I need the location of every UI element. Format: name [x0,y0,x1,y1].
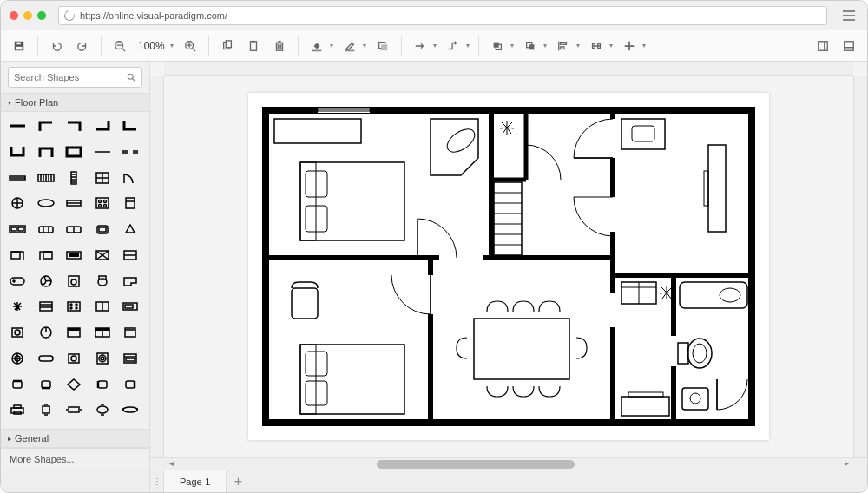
shape-sink-round[interactable] [62,350,85,367]
shape-table-oval[interactable] [35,194,57,212]
zoom-in-button[interactable] [179,35,201,57]
shape-bed-corner[interactable] [6,246,29,264]
shape-wall-corner-bl[interactable] [119,117,141,135]
shape-table-chairs-v[interactable] [35,401,57,418]
shape-printer[interactable] [6,401,29,418]
shape-piano[interactable] [119,273,141,290]
shape-door-grid[interactable] [91,169,114,187]
to-front-button[interactable] [486,35,509,57]
front-dropdown-icon[interactable]: ▾ [510,42,516,49]
shape-stairs-h[interactable] [35,169,57,187]
shape-table-round-chairs[interactable] [91,401,114,418]
scroll-thumb[interactable] [377,460,575,469]
window-minimize-dot[interactable] [23,11,32,20]
shape-room[interactable] [62,143,85,161]
undo-button[interactable] [45,35,68,57]
more-shapes-link[interactable]: More Shapes... [1,448,149,470]
address-bar[interactable]: https://online.visual-paradigm.com/ [58,6,827,25]
save-button[interactable] [8,35,30,57]
horizontal-scrollbar[interactable]: ◂ ▸ [150,457,867,470]
shape-revolving-door[interactable] [6,194,29,212]
shape-dresser[interactable] [35,298,57,315]
shape-sofa2[interactable] [62,220,85,238]
insert-dropdown-icon[interactable]: ▾ [642,42,648,49]
delete-button[interactable] [268,35,291,57]
add-page-button[interactable]: + [227,470,249,492]
shape-wall-corner-tr[interactable] [91,117,114,135]
shape-microwave[interactable] [119,298,141,315]
conn-dropdown-icon[interactable]: ▾ [433,42,438,49]
shape-bed-corner2[interactable] [35,246,57,264]
shape-fan[interactable] [35,273,57,290]
hamburger-menu-button[interactable] [839,6,858,25]
category-general[interactable]: ▸General [1,429,149,448]
floorplan-drawing[interactable] [248,93,769,440]
shape-lamp[interactable] [119,220,141,238]
shape-window[interactable] [6,169,29,187]
shape-opening[interactable] [119,143,141,161]
shape-stairs-v[interactable] [62,169,85,187]
redo-button[interactable] [71,35,94,57]
line-dropdown-icon[interactable]: ▾ [363,42,368,49]
shape-bed-single[interactable] [62,324,85,341]
shape-door-arc[interactable] [119,169,141,187]
format-panel-button[interactable] [812,35,834,57]
category-floorplan[interactable]: ▾Floor Plan [1,93,149,112]
canvas[interactable] [164,76,853,457]
align-dropdown-icon[interactable]: ▾ [576,42,582,49]
shape-table-oval-chairs[interactable] [119,401,141,418]
outline-panel-button[interactable] [838,35,860,57]
shape-armchair[interactable] [91,220,114,238]
shape-sofa[interactable] [35,220,57,238]
shape-tv[interactable] [62,246,85,264]
vertical-scrollbar[interactable] [853,76,867,457]
shape-range[interactable] [62,298,85,315]
shape-wall-corner-br[interactable] [62,117,85,135]
back-dropdown-icon[interactable]: ▾ [543,42,549,49]
zoom-dropdown-icon[interactable]: ▾ [170,42,175,49]
shape-wall-thin[interactable] [91,143,114,161]
copy-button[interactable] [216,35,239,57]
dist-dropdown-icon[interactable]: ▾ [609,42,615,49]
to-back-button[interactable] [519,35,542,57]
shadow-button[interactable] [372,35,394,57]
zoom-level[interactable]: 100% [135,40,168,52]
window-close-dot[interactable] [10,11,18,20]
shape-wall-u-up[interactable] [35,143,57,161]
shape-cabinet[interactable] [91,298,114,315]
shape-bathtub[interactable] [6,273,29,290]
shape-sink-double[interactable] [6,220,29,238]
shape-toilet[interactable] [91,273,114,290]
shape-spiral[interactable] [6,350,29,367]
shape-switch[interactable] [35,324,57,341]
shape-outlet[interactable] [6,324,29,341]
fill-dropdown-icon[interactable]: ▾ [330,42,335,49]
window-maximize-dot[interactable] [37,11,46,20]
shape-desk[interactable] [62,194,85,212]
shape-stove[interactable] [91,194,114,212]
shape-chair-top[interactable] [6,376,29,393]
shape-cross-box[interactable] [91,246,114,264]
distribute-button[interactable] [585,35,608,57]
insert-button[interactable] [618,35,641,57]
search-field[interactable] [14,72,92,82]
scroll-left-button[interactable]: ◂ [164,458,178,470]
shape-plant[interactable] [6,298,29,315]
shape-search-input[interactable] [8,67,142,88]
scroll-right-button[interactable]: ▸ [839,458,853,470]
shape-fridge[interactable] [119,194,141,212]
shape-wall-corner-tl[interactable] [35,117,57,135]
connection-button[interactable] [409,35,431,57]
shape-closet[interactable] [119,324,141,341]
shape-dryer[interactable] [91,350,114,367]
refresh-icon[interactable] [62,8,76,22]
shape-wall-u-down[interactable] [6,143,29,161]
tab-menu-button[interactable]: ⋮ [150,470,164,492]
shape-bed-double[interactable] [91,324,114,341]
page-tab-1[interactable]: Page-1 [164,470,227,492]
shape-chair-bottom[interactable] [35,376,57,393]
waypoint-button[interactable] [442,35,464,57]
fill-color-button[interactable] [306,35,328,57]
waypoint-dropdown-icon[interactable]: ▾ [466,42,471,49]
shape-counter[interactable] [35,350,57,367]
